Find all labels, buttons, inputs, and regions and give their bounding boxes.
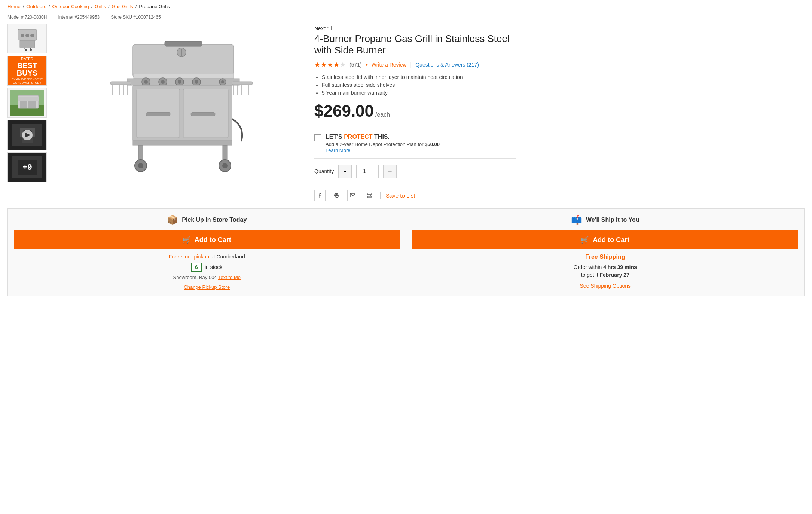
main-product-image [56,24,307,205]
svg-point-72 [370,195,371,196]
feature-3: 5 Year main burner warranty [322,90,516,96]
svg-rect-29 [134,73,234,79]
thumbnail-video[interactable] [7,120,47,150]
change-store: Change Pickup Store [14,284,400,290]
showroom-info: Showroom, Bay 004 Text to Me [14,275,400,280]
save-to-list-button[interactable]: Save to List [386,192,415,199]
star-2: ★ [321,61,327,69]
shipping-add-to-cart-button[interactable]: 🛒 Add to Cart [412,230,799,249]
qa-link[interactable]: Questions & Answers (217) [415,62,479,68]
shipping-icon: 📫 [571,215,582,225]
stock-count: 6 [191,263,202,272]
svg-point-53 [138,163,143,168]
svg-rect-47 [146,112,170,116]
breadcrumb-gas-grills[interactable]: Gas Grills [112,4,133,9]
thumbnail-1[interactable] [7,24,47,53]
quantity-input[interactable] [356,165,379,178]
thumbnail-outdoor[interactable] [7,88,47,118]
price-section: $269.00 /each [314,102,516,120]
product-title: 4-Burner Propane Gas Grill in Stainless … [314,33,516,56]
rating-dropdown[interactable]: ▾ [366,62,368,67]
rating-row: ★ ★ ★ ★ ★ (571) ▾ Write a Review | Quest… [314,61,516,69]
thumbnail-more[interactable]: +9 [7,152,47,182]
email-share-button[interactable] [347,190,358,201]
facebook-share-button[interactable] [314,190,326,201]
star-5: ★ [340,61,346,69]
svg-rect-30 [165,41,202,46]
pickup-panel: 📦 Pick Up In Store Today 🛒 Add to Cart F… [8,209,406,296]
print-button[interactable] [364,190,375,201]
feature-1: Stainless steel lid with inner layer to … [322,74,516,80]
review-count: (571) [349,62,362,68]
quantity-row: Quantity - + [314,165,516,178]
pickup-icon: 📦 [167,215,178,225]
breadcrumb-outdoors[interactable]: Outdoors [26,4,46,9]
svg-point-3 [25,34,29,37]
email-icon [350,193,355,197]
star-3: ★ [327,61,333,69]
change-store-link[interactable]: Change Pickup Store [184,284,230,290]
quantity-label: Quantity [314,168,334,174]
svg-rect-48 [191,112,215,116]
pickup-add-to-cart-button[interactable]: 🛒 Add to Cart [14,230,400,249]
breadcrumb: Home / Outdoors / Outdoor Cooking / Gril… [0,0,812,13]
product-price: $269.00 [314,102,374,120]
quantity-decrease-button[interactable]: - [338,165,352,178]
svg-rect-12 [20,101,27,108]
svg-point-39 [178,80,181,84]
see-shipping-options-link[interactable]: See Shipping Options [580,283,631,289]
breadcrumb-outdoor-cooking[interactable]: Outdoor Cooking [52,4,89,9]
brand-name: Nexgrill [314,25,516,31]
store-sku: Store SKU #1000712465 [111,15,161,20]
shipping-add-to-cart-label: Add to Cart [593,236,629,244]
breadcrumb-grills[interactable]: Grills [95,4,106,9]
protection-checkbox[interactable] [314,134,321,141]
svg-line-8 [30,48,31,50]
delivery-info: Order within 4 hrs 39 mins to get it Feb… [412,263,799,279]
svg-point-41 [195,80,198,84]
print-icon [367,193,372,198]
breadcrumb-home[interactable]: Home [7,4,21,9]
shipping-header: 📫 We'll Ship It to You [412,215,799,225]
pickup-title: Pick Up In Store Today [182,217,247,223]
thumbnail-list: RATED BEST BUYS BY AN INDEPENDENT CONSUM… [7,24,49,205]
svg-point-55 [222,163,228,168]
feature-list: Stainless steel lid with inner layer to … [314,74,516,96]
pinterest-icon [334,193,339,198]
svg-rect-13 [28,101,36,108]
model-number: Model # 720-0830H [7,15,47,20]
thumbnail-rated-best-buys[interactable]: RATED BEST BUYS BY AN INDEPENDENT CONSUM… [7,56,47,86]
pickup-header: 📦 Pick Up In Store Today [14,215,400,225]
svg-rect-1 [20,40,35,48]
breadcrumb-current: Propane Grills [139,4,170,9]
pickup-location: at Cumberland [211,254,245,260]
free-store-pickup-link[interactable]: Free store pickup [169,254,211,260]
price-unit: /each [375,111,390,118]
star-1: ★ [314,61,320,69]
svg-rect-56 [232,82,253,85]
social-row: Save to List [314,186,516,205]
see-shipping-options: See Shipping Options [412,283,799,289]
pickup-add-to-cart-label: Add to Cart [195,236,231,244]
purchase-section: 📦 Pick Up In Store Today 🛒 Add to Cart F… [7,208,805,296]
svg-rect-49 [133,141,232,145]
protection-description: Add a 2-year Home Depot Protection Plan … [326,141,440,147]
shipping-title: We'll Ship It to You [586,217,639,223]
svg-rect-62 [110,82,131,85]
quantity-increase-button[interactable]: + [383,165,397,178]
feature-2: Full stainless steel side shelves [322,82,516,88]
product-info-panel: Nexgrill 4-Burner Propane Gas Grill in S… [314,24,516,205]
write-review-link[interactable]: Write a Review [372,62,407,68]
stock-info: 6 in stock [14,263,400,272]
text-me-link[interactable]: Text to Me [218,275,241,280]
cart-icon-pickup: 🛒 [183,236,191,244]
model-info: Model # 720-0830H Internet #205449953 St… [0,13,812,24]
cart-icon-shipping: 🛒 [581,236,589,244]
facebook-icon [318,193,322,198]
star-rating: ★ ★ ★ ★ ★ [314,61,346,69]
shipping-panel: 📫 We'll Ship It to You 🛒 Add to Cart Fre… [406,209,805,296]
pinterest-share-button[interactable] [331,190,342,201]
protection-title: LET'S PROTECT THIS. [326,134,440,140]
in-stock-text: in stock [205,264,222,270]
protection-learn-more[interactable]: Learn More [326,147,350,153]
